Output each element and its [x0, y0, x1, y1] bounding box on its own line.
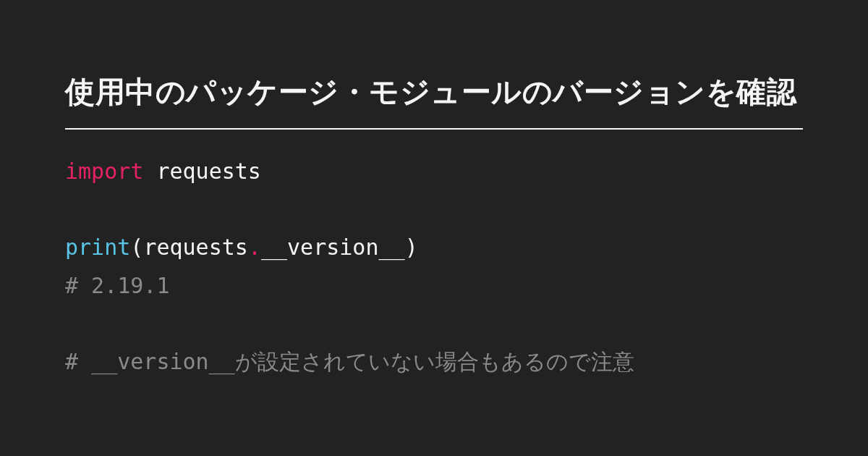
code-line-blank-2: [65, 305, 803, 343]
paren-open: (: [130, 235, 143, 260]
code-line-1: import requests: [65, 153, 803, 191]
module-name: [143, 159, 156, 184]
module-requests: requests: [156, 159, 261, 184]
code-block: import requests print(requests.__version…: [65, 153, 803, 381]
paren-close: ): [405, 235, 418, 260]
dot-accessor: .: [248, 235, 261, 260]
keyword-import: import: [65, 159, 143, 184]
page-title: 使用中のパッケージ・モジュールのバージョンを確認: [65, 72, 803, 130]
comment-output: # 2.19.1: [65, 273, 170, 298]
code-line-6: # __version__が設定されていない場合もあるので注意: [65, 343, 803, 381]
code-line-blank-1: [65, 191, 803, 229]
code-line-3: print(requests.__version__): [65, 229, 803, 267]
attr-version: __version__: [261, 235, 405, 260]
obj-requests: requests: [143, 235, 248, 260]
func-print: print: [65, 235, 130, 260]
code-line-4: # 2.19.1: [65, 267, 803, 305]
comment-note: # __version__が設定されていない場合もあるので注意: [65, 349, 634, 374]
